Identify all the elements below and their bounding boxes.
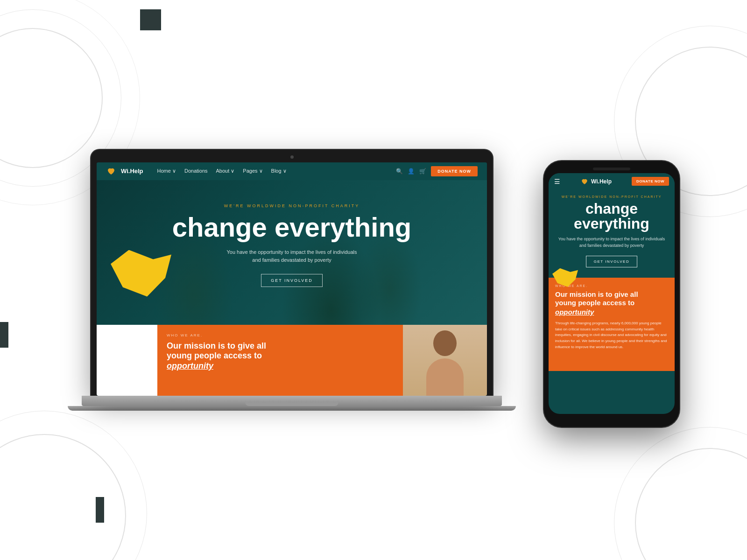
- phone-hero-title: change everything: [555, 201, 668, 231]
- phone-mission-title: Our mission is to give all young people …: [555, 290, 668, 307]
- phone-yellow-splash-shape: [552, 268, 578, 287]
- laptop-who-we-are-label: WHO WE ARE.: [167, 333, 394, 337]
- phone-hero-subtitle: WE'RE WORLDWIDE NON-PROFIT CHARITY: [555, 195, 668, 198]
- phone-mockup: ☰ Wi.Help DONATE NOW WE'RE WORLDWIDE NON…: [544, 161, 679, 427]
- white-block: [97, 325, 157, 396]
- laptop-hero-subtitle: WE'RE WORLDWIDE NON-PROFIT CHARITY: [97, 203, 487, 208]
- laptop-donate-button[interactable]: DONATE NOW: [431, 166, 478, 176]
- laptop-foot: [68, 406, 516, 411]
- laptop-person-image: [403, 325, 487, 396]
- phone-mission-section: WHO WE ARE. Our mission is to give all y…: [549, 278, 675, 371]
- laptop-base: [82, 396, 502, 406]
- phone-get-involved-button[interactable]: GET INVOLVED: [586, 256, 637, 267]
- phone-hero-description: You have the opportunity to impact the l…: [555, 236, 668, 249]
- laptop-hero-title: change everything: [97, 214, 487, 241]
- person-head: [433, 330, 457, 356]
- laptop-mission-opportunity: opportunity: [167, 361, 213, 371]
- laptop-hero-section: WE'RE WORLDWIDE NON-PROFIT CHARITY chang…: [97, 180, 487, 325]
- laptop-orange-section: WHO WE ARE. Our mission is to give all y…: [157, 325, 403, 396]
- cart-icon[interactable]: 🛒: [419, 168, 426, 175]
- person-body: [426, 358, 464, 396]
- laptop-navbar: Wi.Help Home ∨ Donations About ∨ Pages ∨…: [97, 162, 487, 180]
- laptop-get-involved-button[interactable]: GET INVOLVED: [261, 274, 323, 287]
- laptop-nav-actions: 🔍 👤 🛒 DONATE NOW: [396, 166, 478, 176]
- nav-link-home[interactable]: Home ∨: [157, 168, 176, 174]
- phone-logo-text: Wi.Help: [591, 178, 612, 185]
- laptop-hero-description: You have the opportunity to impact the l…: [222, 248, 362, 265]
- phone-donate-button[interactable]: DONATE NOW: [632, 177, 669, 186]
- phone-notch: [593, 168, 630, 170]
- laptop-logo-text: Wi.Help: [121, 168, 143, 175]
- laptop-hero-content: WE'RE WORLDWIDE NON-PROFIT CHARITY chang…: [97, 180, 487, 287]
- user-icon[interactable]: 👤: [408, 168, 415, 175]
- person-silhouette: [417, 330, 473, 396]
- phone-yellow-splash: [552, 268, 578, 287]
- phone-screen: ☰ Wi.Help DONATE NOW WE'RE WORLDWIDE NON…: [549, 173, 675, 414]
- phone-logo-heart-icon: [580, 177, 589, 186]
- laptop-bezel: Wi.Help Home ∨ Donations About ∨ Pages ∨…: [91, 150, 493, 396]
- nav-link-blog[interactable]: Blog ∨: [271, 168, 287, 174]
- nav-link-donations[interactable]: Donations: [184, 168, 208, 174]
- laptop-screen: Wi.Help Home ∨ Donations About ∨ Pages ∨…: [97, 162, 487, 396]
- nav-link-about[interactable]: About ∨: [216, 168, 235, 174]
- laptop-nav-links: Home ∨ Donations About ∨ Pages ∨ Blog ∨: [157, 168, 396, 174]
- phone-navbar: ☰ Wi.Help DONATE NOW: [549, 173, 675, 189]
- laptop-logo: Wi.Help: [106, 166, 143, 176]
- phone-notch-area: [549, 168, 675, 170]
- search-icon[interactable]: 🔍: [396, 168, 403, 175]
- laptop-mockup: Wi.Help Home ∨ Donations About ∨ Pages ∨…: [68, 150, 516, 411]
- nav-link-pages[interactable]: Pages ∨: [243, 168, 262, 174]
- laptop-mission-section: WHO WE ARE. Our mission is to give all y…: [97, 325, 487, 396]
- phone-logo: Wi.Help: [580, 177, 612, 186]
- phone-hero-section: WE'RE WORLDWIDE NON-PROFIT CHARITY chang…: [549, 189, 675, 278]
- laptop-mission-title: Our mission is to give all young people …: [167, 341, 394, 371]
- main-container: Wi.Help Home ∨ Donations About ∨ Pages ∨…: [0, 0, 747, 560]
- phone-bezel: ☰ Wi.Help DONATE NOW WE'RE WORLDWIDE NON…: [544, 161, 679, 427]
- logo-heart-icon: [106, 166, 116, 176]
- hamburger-icon[interactable]: ☰: [554, 178, 560, 185]
- phone-mission-body: Through life-changing programs, nearly 6…: [555, 321, 668, 350]
- phone-mission-opportunity: opportunity: [555, 308, 668, 316]
- laptop-camera: [290, 155, 294, 159]
